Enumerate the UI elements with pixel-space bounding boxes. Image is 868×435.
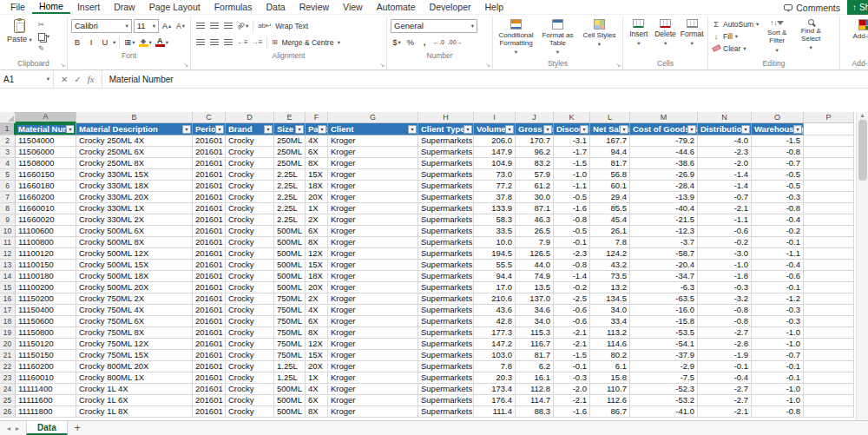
number-format-select[interactable]: General▾ [391,19,477,33]
insert-function-icon[interactable]: fx [88,74,95,84]
column-header-K[interactable]: K [554,112,590,123]
cell[interactable]: 201601 [193,158,226,169]
cell[interactable]: 11100150 [16,260,76,271]
cell[interactable]: 112.6 [590,395,630,406]
cell[interactable]: -0.4 [752,214,804,226]
menu-tab-automate[interactable]: Automate [370,0,423,14]
cell[interactable]: -52.3 [630,384,698,395]
cell[interactable]: 11150200 [16,293,76,305]
cell[interactable]: Supermarkets [418,361,474,372]
filter-button[interactable]: ▾ [687,125,696,134]
cell[interactable]: 7.8 [590,237,630,248]
cell[interactable]: 16.1 [516,372,554,384]
cell[interactable]: Crocky [226,147,274,158]
cell[interactable]: 116.7 [516,339,554,350]
cell[interactable]: 34.6 [516,305,554,316]
underline-button[interactable]: U [99,36,111,49]
cell[interactable]: Crocky 500ML 20X [76,282,193,293]
cell[interactable]: 26.5 [516,226,554,237]
cell[interactable]: 17.0 [474,282,516,293]
cell[interactable]: -1.1 [554,181,590,192]
clear-button[interactable]: Clear▾ [712,43,759,54]
column-header-O[interactable]: O [752,112,804,123]
cell[interactable]: -2.3 [554,248,590,260]
row-header-20[interactable]: 20 [0,339,16,350]
cell[interactable]: -16.0 [630,305,698,316]
font-color-button[interactable]: A▾ [155,36,169,49]
cell[interactable]: -2.7 [698,384,752,395]
cell[interactable]: 500ML [274,395,306,406]
filter-button[interactable]: ▾ [580,125,589,134]
cell[interactable]: 750ML [274,305,306,316]
cell[interactable]: 2.25L [274,203,306,214]
column-header-J[interactable]: J [516,112,554,123]
cell[interactable]: 2.25L [274,214,306,226]
column-header-L[interactable]: L [590,112,630,123]
cell[interactable]: 2.25L [274,169,306,181]
sort-filter-button[interactable]: ↑↓ Sort & Filter ▾ [761,17,792,53]
cell[interactable]: Kroger [328,135,418,147]
cell[interactable]: -0.5 [554,226,590,237]
cell[interactable]: -0.6 [698,226,752,237]
cell[interactable]: Crocky 500ML 8X [76,237,193,248]
menu-tab-help[interactable]: Help [477,0,510,14]
cell[interactable]: 37.8 [474,192,516,203]
cell[interactable]: Crocky 330ML 18X [76,181,193,192]
cell[interactable]: -0.7 [752,350,804,361]
cell[interactable]: Kroger [328,203,418,214]
cell[interactable]: 83.2 [516,158,554,169]
cell[interactable]: -2.5 [554,293,590,305]
cell[interactable]: 6.2 [516,361,554,372]
cell[interactable]: -1.9 [698,350,752,361]
header-cell-13[interactable]: Cost of Goods Sold▾ [630,123,698,135]
cell[interactable]: -2.7 [698,327,752,339]
cell[interactable]: Crocky [226,395,274,406]
cell[interactable] [804,203,854,214]
cell[interactable]: 104.9 [474,158,516,169]
cell[interactable]: 43.6 [474,305,516,316]
cell[interactable]: Crocky 750ML 8X [76,327,193,339]
menu-tab-home[interactable]: Home [32,0,70,14]
align-center-button[interactable] [208,36,220,49]
cell[interactable]: -53.5 [630,327,698,339]
cell[interactable]: 11660200 [16,192,76,203]
cell[interactable]: Crocky [226,350,274,361]
cell[interactable]: 11506000 [16,147,76,158]
cell[interactable]: Crocky 500ML 12X [76,248,193,260]
cell[interactable]: 750ML [274,316,306,327]
cell[interactable]: -2.1 [554,395,590,406]
row-header-18[interactable]: 18 [0,316,16,327]
autosum-button[interactable]: ΣAutoSum▾ [712,18,759,30]
cell[interactable]: Crocky [226,181,274,192]
filter-button[interactable]: ▾ [408,125,417,134]
cell[interactable]: 56.8 [590,169,630,181]
cell[interactable]: -0.2 [698,237,752,248]
cell[interactable]: 58.3 [474,214,516,226]
cell[interactable]: 500ML [274,406,306,418]
cell[interactable]: 750ML [274,293,306,305]
middle-align-button[interactable] [208,19,220,32]
menu-tab-review[interactable]: Review [293,0,336,14]
cell[interactable]: -3.2 [698,293,752,305]
cell[interactable]: Supermarkets [418,135,474,147]
cell[interactable]: 201601 [193,316,226,327]
cell[interactable]: 11100120 [16,248,76,260]
cell[interactable]: 201601 [193,271,226,282]
cell[interactable]: -0.3 [752,192,804,203]
cell[interactable]: 500ML [274,282,306,293]
cell[interactable]: 4X [306,305,328,316]
cell[interactable]: 201601 [193,226,226,237]
font-size-select[interactable]: 11▾ [134,19,159,33]
cell[interactable] [804,226,854,237]
cell[interactable]: Supermarkets [418,214,474,226]
cell[interactable]: -0.5 [752,181,804,192]
filter-button[interactable]: ▾ [264,125,273,134]
cell[interactable]: -2.0 [698,158,752,169]
menu-tab-insert[interactable]: Insert [70,0,107,14]
cell[interactable]: 250ML [274,147,306,158]
cell[interactable]: 8X [306,327,328,339]
cell[interactable]: Crocky [226,339,274,350]
cell[interactable]: Kroger [328,350,418,361]
cell[interactable]: 80.2 [590,350,630,361]
cell[interactable]: -0.6 [554,305,590,316]
